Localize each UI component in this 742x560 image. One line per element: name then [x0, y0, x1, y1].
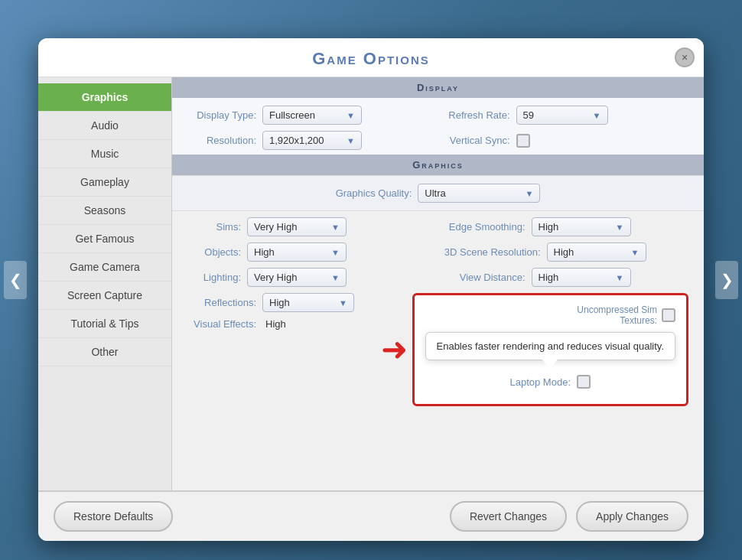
restore-defaults-button[interactable]: Restore Defaults	[54, 501, 173, 532]
sims-label: Sims:	[187, 221, 241, 233]
dropdown-arrow-icon: ▼	[331, 248, 340, 257]
tooltip-container: Enables faster rendering and reduces vis…	[425, 332, 676, 369]
sidebar-item-get-famous[interactable]: Get Famous	[38, 225, 171, 253]
display-type-label: Display Type:	[187, 109, 256, 121]
display-section-header: Display	[172, 77, 704, 98]
display-settings: Display Type: Fullscreen ▼ Refresh Rate:…	[172, 98, 704, 155]
tooltip-text: Enables faster rendering and reduces vis…	[437, 340, 665, 352]
highlight-box: Uncompressed SimTextures: Enables faster…	[412, 293, 689, 406]
dropdown-arrow-icon: ▼	[593, 111, 601, 120]
sidebar-item-audio[interactable]: Audio	[38, 112, 171, 140]
dropdown-arrow-icon: ▼	[347, 111, 355, 120]
refresh-rate-setting: Refresh Rate: 59 ▼	[441, 106, 689, 125]
dropdown-arrow-icon: ▼	[331, 273, 340, 282]
vertical-sync-setting: Vertical Sync:	[441, 131, 689, 150]
refresh-rate-label: Refresh Rate:	[441, 109, 510, 121]
sidebar-item-gameplay[interactable]: Gameplay	[38, 168, 171, 197]
refresh-rate-dropdown[interactable]: 59 ▼	[516, 106, 608, 125]
sidebar-item-screen-capture[interactable]: Screen Capture	[38, 282, 171, 310]
objects-setting: Objects: High ▼	[187, 243, 435, 262]
red-arrow-icon: ➜	[381, 334, 408, 366]
game-options-dialog: Game Options × Graphics Audio Music Game…	[38, 38, 704, 541]
lighting-label: Lighting:	[187, 272, 241, 283]
graphics-quality-dropdown[interactable]: Ultra ▼	[418, 184, 540, 203]
content-area: Display Display Type: Fullscreen ▼ R	[172, 77, 704, 490]
lighting-setting: Lighting: Very High ▼	[187, 268, 435, 287]
visual-effects-label: Visual Effects:	[187, 318, 256, 330]
sims-setting: Sims: Very High ▼	[187, 217, 435, 236]
view-distance-setting: View Distance: High ▼	[441, 268, 689, 287]
resolution-dropdown[interactable]: 1,920x1,200 ▼	[262, 131, 362, 150]
scene-resolution-label: 3D Scene Resolution:	[441, 246, 541, 258]
reflections-setting: Reflections: High ▼	[187, 293, 373, 312]
laptop-mode-checkbox[interactable]	[577, 375, 591, 389]
uncompressed-row: Uncompressed SimTextures:	[425, 304, 676, 326]
dialog-footer: Restore Defaults Revert Changes Apply Ch…	[38, 490, 704, 541]
edge-smoothing-setting: Edge Smoothing: High ▼	[441, 217, 689, 236]
dropdown-arrow-icon: ▼	[616, 223, 624, 232]
lighting-dropdown[interactable]: Very High ▼	[247, 268, 347, 287]
vertical-sync-label: Vertical Sync:	[441, 135, 510, 146]
reflections-dropdown[interactable]: High ▼	[262, 293, 354, 312]
objects-label: Objects:	[187, 246, 241, 258]
sidebar-item-music[interactable]: Music	[38, 140, 171, 168]
resolution-setting: Resolution: 1,920x1,200 ▼	[187, 131, 435, 150]
dropdown-arrow-icon: ▼	[339, 298, 347, 308]
uncompressed-label: Uncompressed SimTextures:	[577, 304, 657, 326]
dropdown-arrow-icon: ▼	[331, 223, 340, 232]
dropdown-arrow-icon: ▼	[631, 248, 639, 257]
tooltip-bubble: Enables faster rendering and reduces vis…	[425, 332, 676, 360]
dropdown-arrow-icon: ▼	[347, 136, 355, 145]
reflections-label: Reflections:	[187, 297, 256, 308]
right-buttons: Revert Changes Apply Changes	[450, 501, 688, 532]
view-distance-dropdown[interactable]: High ▼	[532, 268, 631, 287]
close-button[interactable]: ×	[675, 47, 695, 67]
dialog-header: Game Options ×	[38, 38, 704, 77]
vertical-sync-checkbox[interactable]	[516, 134, 530, 148]
sidebar: Graphics Audio Music Gameplay Seasons Ge…	[38, 77, 172, 490]
sims-dropdown[interactable]: Very High ▼	[247, 217, 347, 236]
dialog-title: Game Options	[312, 49, 430, 68]
graphics-section-header: Graphics	[172, 155, 704, 175]
graphics-quality-row: Graphics Quality: Ultra ▼	[172, 175, 704, 211]
scene-resolution-setting: 3D Scene Resolution: High ▼	[441, 243, 689, 262]
resolution-label: Resolution:	[187, 135, 256, 146]
sidebar-item-graphics[interactable]: Graphics	[38, 83, 171, 112]
revert-changes-button[interactable]: Revert Changes	[450, 501, 567, 532]
uncompressed-checkbox[interactable]	[662, 308, 675, 322]
display-type-dropdown[interactable]: Fullscreen ▼	[262, 106, 362, 125]
view-distance-label: View Distance:	[441, 272, 526, 283]
dropdown-arrow-icon: ▼	[525, 189, 533, 198]
edge-smoothing-label: Edge Smoothing:	[441, 221, 526, 233]
apply-changes-button[interactable]: Apply Changes	[576, 501, 688, 532]
sidebar-item-seasons[interactable]: Seasons	[38, 197, 171, 225]
graphics-settings-content: Sims: Very High ▼ Edge Smoothing: High ▼	[172, 211, 704, 409]
objects-dropdown[interactable]: High ▼	[247, 243, 347, 262]
visual-effects-setting: Visual Effects: High	[187, 318, 373, 330]
display-type-setting: Display Type: Fullscreen ▼	[187, 106, 435, 125]
dialog-body: Graphics Audio Music Gameplay Seasons Ge…	[38, 77, 704, 490]
dropdown-arrow-icon: ▼	[616, 273, 624, 282]
sidebar-item-game-camera[interactable]: Game Camera	[38, 253, 171, 282]
graphics-quality-label: Graphics Quality:	[336, 187, 412, 199]
visual-effects-value: High	[262, 318, 286, 330]
scene-resolution-dropdown[interactable]: High ▼	[547, 243, 646, 262]
tooltip-arrow	[425, 360, 676, 369]
sidebar-item-tutorial-tips[interactable]: Tutorial & Tips	[38, 310, 171, 338]
nav-arrow-right[interactable]: ❯	[715, 261, 738, 299]
laptop-mode-label: Laptop Mode:	[509, 376, 571, 388]
edge-smoothing-dropdown[interactable]: High ▼	[532, 217, 631, 236]
nav-arrow-left[interactable]: ❮	[4, 261, 27, 299]
sidebar-item-other[interactable]: Other	[38, 338, 171, 366]
